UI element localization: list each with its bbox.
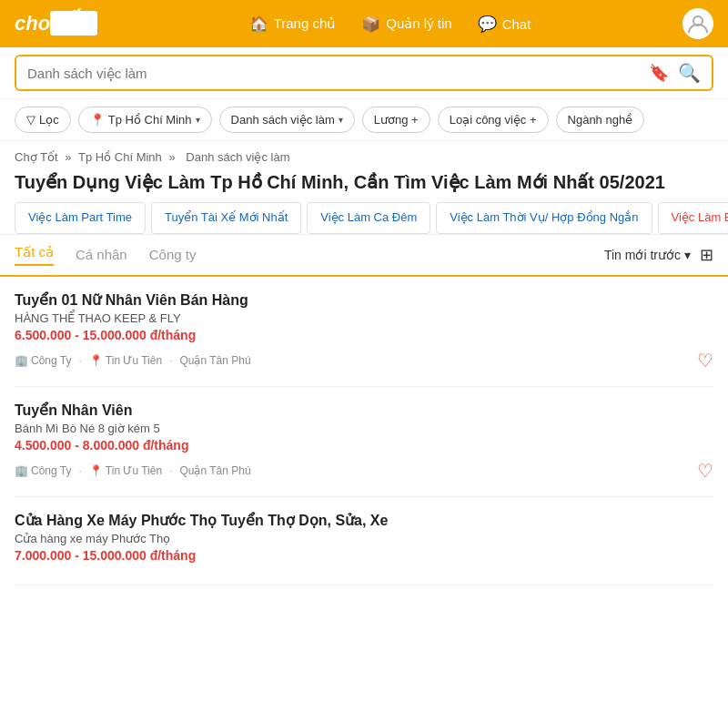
job-title-3[interactable]: Cửa Hàng Xe Máy Phước Thọ Tuyển Thợ Dọn,… xyxy=(15,512,713,529)
job-company-1: HÀNG THỂ THAO KEEP & FLY xyxy=(15,311,713,325)
nav-trang-chu-label: Trang chủ xyxy=(274,15,337,32)
breadcrumb-sep-1: » xyxy=(65,150,75,164)
grid-icon[interactable]: ⊞ xyxy=(700,245,713,265)
job-list: Tuyển 01 Nữ Nhân Viên Bán Hàng HÀNG THỂ … xyxy=(0,277,728,585)
nav-chat[interactable]: 💬 Chat xyxy=(478,15,531,34)
location-1: Quận Tân Phú xyxy=(179,354,250,367)
search-icons: 🔖 🔍 xyxy=(649,62,701,84)
location-pin-icon: 📍 xyxy=(90,113,105,127)
tag-buoi-toi[interactable]: Việc Làm Buổi Tối xyxy=(658,202,728,234)
breadcrumb-cho-tot[interactable]: Chợ Tốt xyxy=(15,150,58,164)
building-icon-2: 🏢 xyxy=(15,464,28,477)
home-icon: 🏠 xyxy=(249,15,268,34)
location-button[interactable]: 📍 Tp Hồ Chí Minh ▾ xyxy=(78,107,212,133)
category-label: Danh sách việc làm xyxy=(231,113,335,127)
logo-tot-text: TỐT xyxy=(50,11,97,36)
sort-caret-icon: ▾ xyxy=(684,248,691,262)
heart-icon-1[interactable]: ♡ xyxy=(697,350,713,371)
job-title-2[interactable]: Tuyển Nhân Viên xyxy=(15,402,713,419)
location-caret: ▾ xyxy=(196,115,200,125)
sort-right: Tin mới trước ▾ ⊞ xyxy=(604,245,713,265)
breadcrumb-hcm[interactable]: Tp Hồ Chí Minh xyxy=(78,150,162,164)
breadcrumb: Chợ Tốt » Tp Hồ Chí Minh » Danh sách việ… xyxy=(0,141,728,168)
tab-ca-nhan[interactable]: Cá nhân xyxy=(76,247,127,262)
job-type-label-1: Công Ty xyxy=(31,354,71,367)
location-2: Quận Tân Phú xyxy=(179,464,250,477)
category-button[interactable]: Danh sách việc làm ▾ xyxy=(219,107,355,133)
job-item-2: Tuyển Nhân Viên Bánh Mì Bò Né 8 giờ kém … xyxy=(15,387,713,497)
industry-button[interactable]: Ngành nghề xyxy=(556,107,645,133)
job-type-label-2: Công Ty xyxy=(31,464,71,477)
user-avatar[interactable] xyxy=(682,8,713,39)
dot-sep-2: · xyxy=(78,464,81,477)
tag-tai-xe[interactable]: Tuyển Tài Xế Mới Nhất xyxy=(151,202,301,234)
nav-chat-label: Chat xyxy=(502,16,531,32)
priority-icon-2: 📍 xyxy=(89,464,103,477)
filter-icon: ▽ xyxy=(26,113,35,127)
nav-quan-ly-tin-label: Quản lý tin xyxy=(386,15,451,32)
page-title: Tuyển Dụng Việc Làm Tp Hồ Chí Minh, Cần … xyxy=(0,168,728,202)
tab-cong-ty[interactable]: Công ty xyxy=(149,247,197,262)
header: choTỐT 🏠 Trang chủ 📦 Quản lý tin 💬 Chat xyxy=(0,0,728,47)
category-caret: ▾ xyxy=(339,115,343,125)
salary-label: Lương + xyxy=(374,113,419,127)
job-type-button[interactable]: Loại công việc + xyxy=(438,107,549,133)
building-icon-1: 🏢 xyxy=(15,354,28,367)
header-right xyxy=(682,8,713,39)
search-inner: 🔖 🔍 xyxy=(15,55,713,91)
filter-bar: ▽ Lọc 📍 Tp Hồ Chí Minh ▾ Danh sách việc … xyxy=(0,99,728,141)
job-meta-left-2: 🏢 Công Ty · 📍 Tin Ưu Tiên · Quận Tân Phú xyxy=(15,464,251,477)
job-salary-3: 7.000.000 - 15.000.000 đ/tháng xyxy=(15,548,713,563)
job-item-1: Tuyển 01 Nữ Nhân Viên Bán Hàng HÀNG THỂ … xyxy=(15,277,713,387)
breadcrumb-current: Danh sách việc làm xyxy=(186,150,289,164)
nav-trang-chu[interactable]: 🏠 Trang chủ xyxy=(249,15,337,34)
job-type-1: 🏢 Công Ty xyxy=(15,354,71,367)
location-label: Tp Hồ Chí Minh xyxy=(108,113,192,127)
tags-row: Việc Làm Part Time Tuyển Tài Xế Mới Nhất… xyxy=(0,202,728,235)
priority-label-2: Tin Ưu Tiên xyxy=(106,464,162,477)
tag-thoi-vu[interactable]: Việc Làm Thời Vụ/ Hợp Đồng Ngắn xyxy=(436,202,652,234)
chat-icon: 💬 xyxy=(478,15,497,34)
job-meta-1: 🏢 Công Ty · 📍 Tin Ưu Tiên · Quận Tân Phú… xyxy=(15,350,713,371)
salary-button[interactable]: Lương + xyxy=(362,107,430,133)
priority-2: 📍 Tin Ưu Tiên xyxy=(89,464,162,477)
bookmark-icon[interactable]: 🔖 xyxy=(649,63,669,83)
loc-label: Lọc xyxy=(39,113,59,127)
tag-part-time[interactable]: Việc Làm Part Time xyxy=(15,202,146,234)
dot-sep-1b: · xyxy=(169,354,172,367)
loc-button[interactable]: ▽ Lọc xyxy=(15,107,71,133)
heart-icon-2[interactable]: ♡ xyxy=(697,460,713,482)
job-title-1[interactable]: Tuyển 01 Nữ Nhân Viên Bán Hàng xyxy=(15,291,713,309)
sort-row: Tất cả Cá nhân Công ty Tin mới trước ▾ ⊞ xyxy=(0,235,728,277)
tab-tat-ca[interactable]: Tất cả xyxy=(15,244,54,266)
sort-label: Tin mới trước xyxy=(604,248,681,262)
job-company-3: Cửa hàng xe máy Phước Thọ xyxy=(15,532,713,545)
tag-ca-dem[interactable]: Việc Làm Ca Đêm xyxy=(307,202,430,234)
nav-quan-ly-tin[interactable]: 📦 Quản lý tin xyxy=(361,15,451,34)
breadcrumb-sep-2: » xyxy=(168,150,178,164)
search-icon[interactable]: 🔍 xyxy=(678,62,701,84)
priority-icon-1: 📍 xyxy=(89,354,103,367)
search-bar: 🔖 🔍 xyxy=(0,47,728,99)
job-meta-2: 🏢 Công Ty · 📍 Tin Ưu Tiên · Quận Tân Phú… xyxy=(15,460,713,482)
sort-select[interactable]: Tin mới trước ▾ xyxy=(604,248,691,262)
job-salary-1: 6.500.000 - 15.000.000 đ/tháng xyxy=(15,328,713,342)
industry-label: Ngành nghề xyxy=(568,113,633,127)
search-input[interactable] xyxy=(27,66,649,81)
logo-cho-text: cho xyxy=(15,12,50,35)
priority-label-1: Tin Ưu Tiên xyxy=(106,354,162,367)
job-company-2: Bánh Mì Bò Né 8 giờ kém 5 xyxy=(15,422,713,435)
priority-1: 📍 Tin Ưu Tiên xyxy=(89,354,162,367)
job-type-label: Loại công việc + xyxy=(450,113,537,127)
nav-links: 🏠 Trang chủ 📦 Quản lý tin 💬 Chat xyxy=(249,15,531,34)
manage-icon: 📦 xyxy=(361,15,380,34)
job-item-3: Cửa Hàng Xe Máy Phước Thọ Tuyển Thợ Dọn,… xyxy=(15,497,713,585)
job-meta-left-1: 🏢 Công Ty · 📍 Tin Ưu Tiên · Quận Tân Phú xyxy=(15,354,251,367)
dot-sep-1: · xyxy=(78,354,81,367)
job-salary-2: 4.500.000 - 8.000.000 đ/tháng xyxy=(15,438,713,453)
dot-sep-2b: · xyxy=(169,464,172,477)
logo[interactable]: choTỐT xyxy=(15,12,97,36)
job-type-2: 🏢 Công Ty xyxy=(15,464,71,477)
